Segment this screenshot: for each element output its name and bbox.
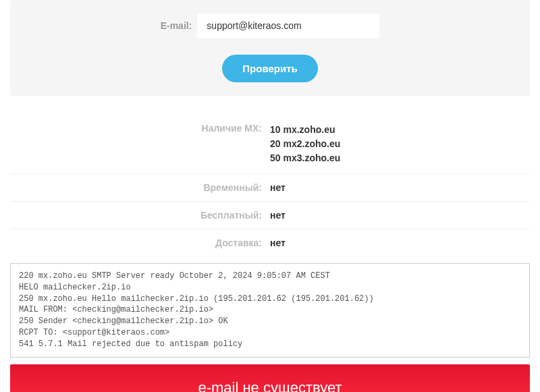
mx-record: 50 mx3.zoho.eu	[270, 151, 530, 165]
mx-row: Наличие MX: 10 mx.zoho.eu 20 mx2.zoho.eu…	[10, 109, 530, 174]
delivery-value: нет	[270, 237, 530, 248]
temporary-value: нет	[270, 182, 530, 193]
email-label: E-mail:	[161, 20, 192, 31]
status-banner: e-mail не существует	[10, 364, 530, 392]
email-form-section: E-mail: Проверить	[10, 0, 530, 96]
free-label: Бесплатный:	[10, 210, 270, 221]
mx-record: 10 mx.zoho.eu	[270, 123, 530, 137]
delivery-label: Доставка:	[10, 237, 270, 248]
delivery-row: Доставка: нет	[10, 229, 530, 256]
temporary-label: Временный:	[10, 182, 270, 193]
check-button[interactable]: Проверить	[222, 55, 317, 82]
mx-record: 20 mx2.zoho.eu	[270, 137, 530, 151]
smtp-log: 220 mx.zoho.eu SMTP Server ready October…	[10, 263, 530, 358]
free-row: Бесплатный: нет	[10, 202, 530, 229]
temporary-row: Временный: нет	[10, 174, 530, 202]
mx-value: 10 mx.zoho.eu 20 mx2.zoho.eu 50 mx3.zoho…	[270, 123, 530, 165]
results-section: Наличие MX: 10 mx.zoho.eu 20 mx2.zoho.eu…	[0, 96, 540, 256]
mx-label: Наличие MX:	[10, 123, 270, 134]
free-value: нет	[270, 210, 530, 221]
email-input[interactable]	[197, 13, 379, 38]
email-input-row: E-mail:	[24, 13, 516, 38]
